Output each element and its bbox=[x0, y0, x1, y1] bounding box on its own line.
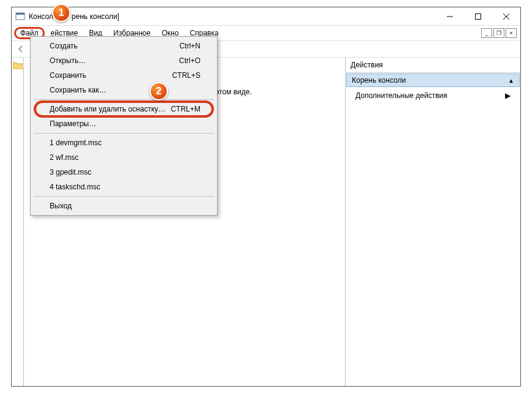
actions-more[interactable]: Дополнительные действия ▶ bbox=[346, 88, 520, 104]
menu-item-open[interactable]: Открыть…Ctrl+O bbox=[32, 53, 215, 68]
actions-section-label: Корень консоли bbox=[352, 76, 406, 85]
menu-item-options[interactable]: Параметры… bbox=[32, 116, 215, 131]
menu-separator bbox=[34, 133, 214, 134]
annotation-callout-2: 2 bbox=[150, 82, 168, 100]
menu-item-saveas[interactable]: Сохранить как… bbox=[32, 83, 215, 97]
collapse-icon: ▲ bbox=[508, 77, 514, 84]
menu-separator bbox=[34, 99, 214, 100]
folder-icon[interactable] bbox=[13, 61, 23, 69]
menu-item-addremove-snapin[interactable]: Добавить или удалить оснастку…CTRL+M bbox=[32, 102, 215, 116]
actions-section-root[interactable]: Корень консоли ▲ bbox=[346, 74, 520, 87]
window-title: Консол рень консоли] bbox=[29, 12, 436, 21]
mdi-minimize-button[interactable]: _ bbox=[481, 28, 492, 38]
menu-item-save[interactable]: СохранитьCTRL+S bbox=[32, 68, 215, 83]
chevron-right-icon: ▶ bbox=[505, 91, 511, 100]
annotation-callout-1: 1 bbox=[52, 4, 70, 22]
tree-column bbox=[12, 58, 24, 386]
mdi-controls: _ ❐ × bbox=[481, 28, 517, 38]
maximize-button[interactable] bbox=[464, 7, 492, 25]
actions-more-label: Дополнительные действия bbox=[355, 91, 447, 100]
menu-item-recent3[interactable]: 3 gpedit.msc bbox=[32, 165, 215, 180]
svg-rect-1 bbox=[16, 13, 25, 15]
menu-item-recent1[interactable]: 1 devmgmt.msc bbox=[32, 135, 215, 150]
file-menu-dropdown: СоздатьCtrl+N Открыть…Ctrl+O СохранитьCT… bbox=[30, 36, 218, 216]
menu-item-recent2[interactable]: 2 wf.msc bbox=[32, 150, 215, 165]
minimize-button[interactable] bbox=[436, 7, 464, 25]
app-icon bbox=[15, 12, 25, 21]
menu-item-exit[interactable]: Выход bbox=[32, 199, 215, 213]
actions-header: Действия bbox=[346, 58, 520, 73]
actions-pane: Действия Корень консоли ▲ Дополнительные… bbox=[346, 58, 520, 386]
menu-item-create[interactable]: СоздатьCtrl+N bbox=[32, 39, 215, 53]
close-button[interactable] bbox=[492, 7, 520, 25]
titlebar: Консол рень консоли] bbox=[12, 7, 520, 26]
window-controls bbox=[436, 7, 520, 25]
menu-separator bbox=[34, 196, 214, 197]
menu-item-recent4[interactable]: 4 taskschd.msc bbox=[32, 180, 215, 194]
mdi-close-button[interactable]: × bbox=[506, 28, 517, 38]
mdi-restore-button[interactable]: ❐ bbox=[493, 28, 504, 38]
back-button[interactable] bbox=[14, 42, 28, 56]
svg-rect-3 bbox=[476, 13, 481, 19]
